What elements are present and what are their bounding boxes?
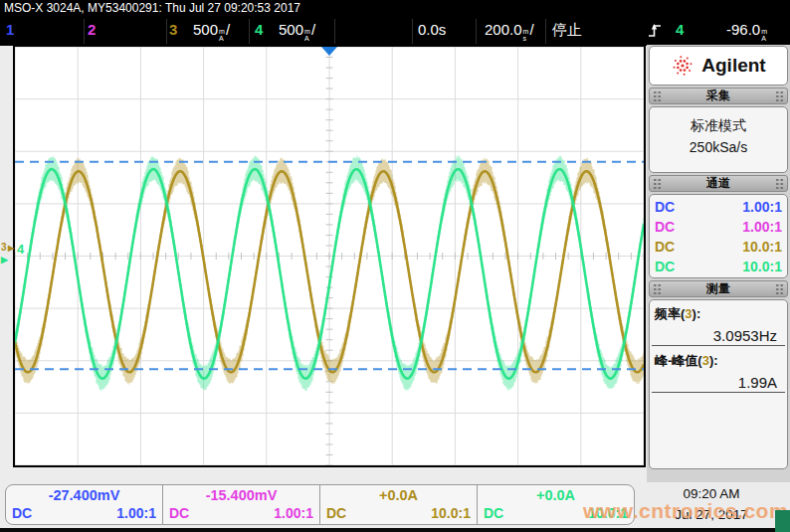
timebase-scale[interactable]: 200.0ms/ — [485, 21, 534, 42]
channel-1-settings-row[interactable]: DC 1.00:1 — [650, 197, 787, 217]
waveform-canvas[interactable] — [15, 47, 644, 465]
status-divider — [249, 19, 250, 44]
ch3-coupling-label: DC — [326, 505, 346, 521]
ch2-readout-segment[interactable]: -15.400mV DC 1.00:1 — [163, 485, 320, 524]
ch1-coupling: DC — [655, 197, 675, 217]
brand-panel: Agilent — [649, 46, 788, 86]
measurement-pkpk-label[interactable]: 峰-峰值(3): — [650, 350, 787, 372]
ch2-probe-label: 1.00:1 — [274, 505, 313, 521]
trigger-level[interactable]: -96.0mA — [726, 21, 768, 42]
ch4-coupling: DC — [655, 257, 675, 276]
ch2-probe-ratio: 1.00:1 — [742, 217, 782, 237]
ch2-coupling-label: DC — [169, 505, 189, 521]
window-title-bar: MSO-X 3024A, MY53400291: Thu Jul 27 09:2… — [0, 0, 790, 17]
grip-icon — [775, 90, 784, 101]
status-divider — [545, 19, 546, 44]
channel-3-scale-suffix: / — [226, 21, 230, 38]
footer-strip — [0, 528, 790, 532]
channel-readout-bar: -27.400mV DC 1.00:1 -15.400mV DC 1.00:1 … — [5, 484, 635, 525]
ch3-readout-segment[interactable]: +0.0A DC 10.0:1 — [320, 485, 478, 524]
ch2-readout: -15.400mV — [169, 487, 313, 505]
grip-icon — [653, 178, 662, 189]
channel-4-button[interactable]: 4 — [255, 21, 263, 38]
ch2-coupling: DC — [655, 217, 675, 237]
channel-3-scale[interactable]: 500mA/ — [193, 21, 230, 42]
measurement-source: 3 — [685, 306, 691, 321]
channel-2-button[interactable]: 2 — [88, 21, 96, 38]
ch3-coupling: DC — [655, 237, 675, 257]
sidebar: Agilent 采集 标准模式 250kSa/s 通道 DC 1.00:1 DC… — [649, 46, 788, 471]
channel-3-scale-unit: mA — [219, 28, 225, 42]
channel-3-button[interactable]: 3 — [169, 21, 177, 38]
measurement-pkpk-value: 1.99A — [652, 372, 785, 393]
run-state-badge: 停止 — [552, 21, 582, 40]
timebase-suffix: / — [529, 21, 533, 38]
channel-1-button[interactable]: 1 — [6, 21, 14, 38]
ch4-ground-marker[interactable]: 4 — [17, 243, 24, 256]
ch4-probe-ratio: 10.0:1 — [742, 257, 782, 276]
measure-section-header[interactable]: 测量 — [649, 280, 788, 297]
acquisition-section-header[interactable]: 采集 — [649, 88, 788, 104]
status-divider — [476, 19, 477, 44]
ch3-probe-ratio: 10.0:1 — [742, 237, 782, 257]
acquisition-section-title: 采集 — [706, 88, 730, 104]
measure-section-title: 测量 — [706, 280, 730, 297]
timebase-unit: ms — [523, 28, 529, 42]
ch1-readout-segment[interactable]: -27.400mV DC 1.00:1 — [6, 485, 163, 524]
watermark: www.cntronics.com — [583, 499, 788, 523]
ch1-coupling-label: DC — [12, 505, 32, 521]
channels-section-title: 通道 — [706, 175, 730, 192]
agilent-logo-icon — [671, 53, 694, 79]
sample-rate: 250kSa/s — [650, 139, 787, 155]
site-logo-square — [775, 510, 790, 532]
channel-4-scale-suffix: / — [311, 21, 315, 38]
waveform-display — [13, 45, 646, 467]
ch3-probe-label: 10.0:1 — [431, 505, 471, 521]
channel-4-settings-row[interactable]: DC 10.0:1 — [650, 257, 787, 276]
channel-4-scale-unit: mA — [304, 28, 310, 42]
window-title: MSO-X 3024A, MY53400291: Thu Jul 27 09:2… — [4, 1, 300, 15]
timebase-value: 200.0 — [485, 21, 522, 38]
ch4-coupling-label: DC — [484, 505, 503, 521]
status-bar: 1 2 3 500mA/ 4 500mA/ 0.0s 200.0ms/ 停止 4… — [0, 17, 790, 46]
channel-4-scale-value: 500 — [279, 21, 303, 38]
measurement-frequency-value: 3.0953Hz — [652, 325, 785, 346]
ch1-probe-label: 1.00:1 — [116, 505, 156, 521]
edge-trigger-icon — [648, 22, 662, 42]
ch1-probe-ratio: 1.00:1 — [742, 197, 782, 217]
status-divider — [84, 19, 85, 44]
grip-icon — [653, 90, 662, 101]
grip-icon — [775, 283, 784, 294]
trigger-level-value: -96.0 — [726, 21, 760, 38]
horizontal-delay[interactable]: 0.0s — [418, 21, 446, 38]
trigger-level-unit: mA — [761, 28, 767, 42]
channel-3-scale-value: 500 — [193, 21, 218, 38]
acquisition-panel[interactable]: 标准模式 250kSa/s — [649, 106, 788, 173]
channels-section-header[interactable]: 通道 — [649, 175, 788, 192]
channel-4-scale[interactable]: 500mA/ — [279, 21, 315, 42]
measurement-source: 3 — [702, 353, 709, 368]
measurements-panel: 频率(3): 3.0953Hz 峰-峰值(3): 1.99A — [649, 299, 788, 469]
ch3-readout: +0.0A — [326, 487, 471, 505]
status-divider — [334, 19, 335, 44]
ch3-ground-marker[interactable]: 3 — [1, 243, 7, 253]
ch4-ground-arrow-icon: ▶ — [1, 256, 8, 265]
status-divider — [166, 19, 167, 44]
status-divider — [412, 19, 413, 44]
ch1-readout: -27.400mV — [12, 487, 156, 505]
channels-panel: DC 1.00:1 DC 1.00:1 DC 10.0:1 DC 10.0:1 — [649, 194, 788, 278]
brand-name: Agilent — [701, 55, 765, 77]
channel-2-settings-row[interactable]: DC 1.00:1 — [650, 217, 787, 237]
channel-3-settings-row[interactable]: DC 10.0:1 — [650, 237, 787, 257]
ch3-ground-arrow-icon: ▶ — [8, 245, 14, 253]
trigger-source[interactable]: 4 — [676, 21, 684, 38]
acquisition-mode: 标准模式 — [650, 117, 787, 135]
measurement-frequency-label[interactable]: 频率(3): — [650, 303, 787, 325]
grip-icon — [653, 283, 662, 294]
grip-icon — [775, 178, 784, 189]
